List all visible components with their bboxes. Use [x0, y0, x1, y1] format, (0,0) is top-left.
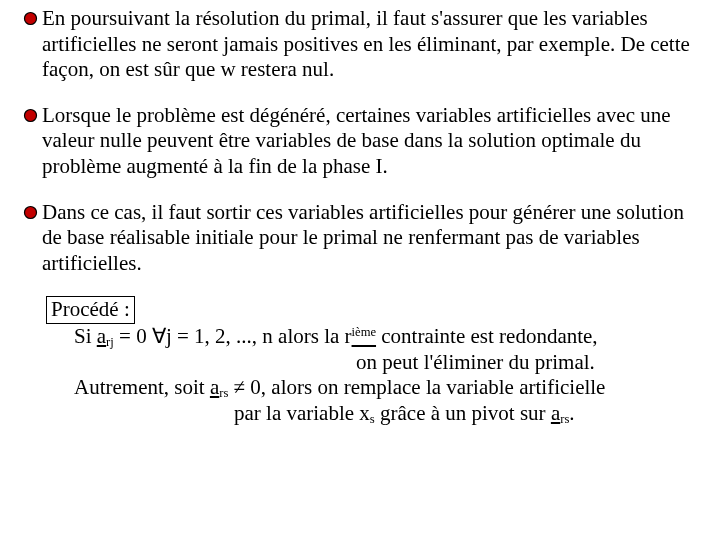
- bullet-icon: [18, 6, 42, 26]
- procedure-line-2: on peut l'éliminer du primal.: [356, 350, 702, 376]
- t: contrainte est redondante,: [376, 324, 598, 348]
- t: rj: [106, 335, 114, 349]
- t: rs: [219, 386, 228, 400]
- bullet-item-3: Dans ce cas, il faut sortir ces variable…: [18, 200, 702, 277]
- bullet-text-3: Dans ce cas, il faut sortir ces variable…: [42, 200, 702, 277]
- t: a: [97, 324, 106, 348]
- var-a-rs: ars: [210, 375, 228, 399]
- r-ieme: ième: [352, 324, 376, 348]
- t: grâce à un pivot sur: [375, 401, 551, 425]
- t: = 0 ∀j = 1, 2, ..., n alors la r: [114, 324, 352, 348]
- bullet-item-1: En poursuivant la résolution du primal, …: [18, 6, 702, 83]
- bullet-icon: [18, 200, 42, 220]
- procedure-line-3: Autrement, soit ars ≠ 0, alors on rempla…: [74, 375, 702, 401]
- procedure-title: Procédé :: [46, 296, 135, 324]
- var-a-rj: arj: [97, 324, 114, 348]
- t: a: [210, 375, 219, 399]
- procedure-line-1: Si arj = 0 ∀j = 1, 2, ..., n alors la ri…: [74, 324, 702, 350]
- t: rs: [560, 412, 569, 426]
- procedure-line-4: par la variable xs grâce à un pivot sur …: [234, 401, 702, 427]
- t: Autrement, soit: [74, 375, 210, 399]
- bullet-text-1: En poursuivant la résolution du primal, …: [42, 6, 702, 83]
- procedure-title-line: Procédé :: [46, 296, 702, 324]
- svg-point-2: [24, 206, 36, 218]
- t: ième: [352, 325, 376, 339]
- var-a-rs-2: ars: [551, 401, 569, 425]
- svg-point-0: [24, 13, 36, 25]
- t: par la variable x: [234, 401, 370, 425]
- bullet-icon: [18, 103, 42, 123]
- t: a: [551, 401, 560, 425]
- t: Si: [74, 324, 97, 348]
- t: ≠ 0, alors on remplace la variable artif…: [228, 375, 605, 399]
- svg-point-1: [24, 109, 36, 121]
- bullet-item-2: Lorsque le problème est dégénéré, certai…: [18, 103, 702, 180]
- t: .: [569, 401, 574, 425]
- bullet-text-2: Lorsque le problème est dégénéré, certai…: [42, 103, 702, 180]
- procedure-block: Procédé : Si arj = 0 ∀j = 1, 2, ..., n a…: [46, 296, 702, 426]
- t: on peut l'éliminer du primal.: [356, 350, 595, 374]
- page-content: En poursuivant la résolution du primal, …: [0, 0, 720, 427]
